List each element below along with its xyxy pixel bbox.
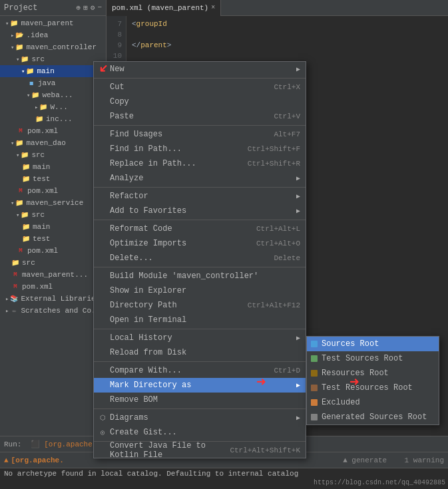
submenu-item-resources-root[interactable]: Resources Root: [307, 366, 439, 381]
menu-label: Refactor: [110, 192, 296, 201]
context-menu-overlay: New ▶ Cut Ctrl+X Copy Paste Ctrl+V Find …: [0, 0, 448, 489]
menu-item-directory-path[interactable]: Directory Path Ctrl+Alt+F12: [94, 298, 306, 313]
menu-label: Find Usages: [110, 130, 263, 139]
menu-separator: [94, 329, 306, 329]
submenu-item-test-resources-root[interactable]: Test Resources Root: [307, 381, 439, 395]
menu-label: New: [110, 65, 296, 74]
test-resources-icon: [310, 383, 319, 393]
menu-shortcut: Ctrl+Alt+O: [256, 240, 300, 247]
menu-item-find-usages[interactable]: Find Usages Alt+F7: [94, 127, 306, 142]
menu-item-convert-kotlin[interactable]: Convert Java File to Kotlin File Ctrl+Al…: [94, 443, 306, 458]
mark-directory-submenu: Sources Root Test Sources Root Resources…: [306, 336, 439, 425]
submenu-item-excluded[interactable]: Excluded: [307, 395, 439, 410]
submenu-item-sources-root[interactable]: Sources Root: [307, 337, 439, 351]
menu-label: Find in Path...: [110, 144, 237, 154]
submenu-arrow: ▶: [296, 174, 300, 182]
menu-label: Delete...: [110, 253, 263, 263]
menu-label: Copy: [110, 97, 300, 106]
submenu-arrow: ▶: [296, 192, 300, 200]
menu-label: Reload from Disk: [110, 348, 300, 357]
menu-item-reformat[interactable]: Reformat Code Ctrl+Alt+L: [94, 222, 306, 236]
menu-shortcut: Ctrl+X: [274, 83, 300, 91]
menu-shortcut: Ctrl+Shift+F: [248, 145, 300, 153]
menu-item-find-in-path[interactable]: Find in Path... Ctrl+Shift+F: [94, 142, 306, 156]
menu-label: Open in Terminal: [110, 315, 300, 325]
menu-separator: [94, 78, 306, 79]
menu-label: Paste: [110, 112, 263, 121]
menu-item-create-gist[interactable]: ◎ Create Gist...: [94, 425, 306, 440]
submenu-label: Sources Root: [322, 339, 379, 349]
menu-item-copy[interactable]: Copy: [94, 94, 306, 109]
submenu-label: Resources Root: [322, 369, 389, 378]
menu-item-paste[interactable]: Paste Ctrl+V: [94, 109, 306, 124]
menu-label: Create Gist...: [110, 428, 300, 437]
menu-item-cut[interactable]: Cut Ctrl+X: [94, 80, 306, 94]
menu-item-analyze[interactable]: Analyze ▶: [94, 171, 306, 186]
menu-item-compare[interactable]: Compare With... Ctrl+D: [94, 363, 306, 378]
menu-separator: [94, 361, 306, 362]
submenu-item-test-sources-root[interactable]: Test Sources Root: [307, 351, 439, 366]
submenu-label: Test Resources Root: [322, 383, 413, 393]
submenu-arrow: ▶: [296, 65, 300, 73]
submenu-arrow: ▶: [296, 207, 300, 215]
submenu-arrow: ▶: [296, 381, 300, 389]
menu-label: Show in Explorer: [110, 286, 300, 295]
menu-shortcut: Alt+F7: [274, 130, 300, 138]
submenu-label: Generated Sources Root: [322, 412, 427, 422]
menu-separator: [94, 125, 306, 126]
menu-shortcut: Ctrl+V: [274, 112, 300, 120]
menu-label: Convert Java File to Kotlin File: [110, 441, 219, 460]
menu-item-reload[interactable]: Reload from Disk: [94, 345, 306, 360]
menu-separator: [94, 267, 306, 267]
menu-label: Add to Favorites: [110, 206, 296, 216]
submenu-arrow: ▶: [296, 414, 300, 422]
menu-item-open-terminal[interactable]: Open in Terminal: [94, 313, 306, 327]
menu-shortcut: Ctrl+Alt+Shift+K: [230, 446, 300, 454]
menu-item-optimize-imports[interactable]: Optimize Imports Ctrl+Alt+O: [94, 236, 306, 251]
menu-label: Reformat Code: [110, 224, 246, 234]
menu-item-diagrams[interactable]: ⬡ Diagrams ▶: [94, 410, 306, 425]
submenu-label: Excluded: [322, 398, 360, 407]
diagram-icon: ⬡: [98, 413, 107, 422]
main-container: Project ⊕ ⊞ ⚙ − ▾ 📁 maven_parent ▸ 📂 .id…: [0, 0, 448, 489]
submenu-item-generated-sources[interactable]: Generated Sources Root: [307, 410, 439, 424]
resources-icon: [310, 369, 319, 378]
menu-item-local-history[interactable]: Local History ▶: [94, 331, 306, 345]
menu-label: Diagrams: [110, 413, 296, 422]
menu-item-delete[interactable]: Delete... Delete: [94, 251, 306, 265]
menu-item-add-to-favorites[interactable]: Add to Favorites ▶: [94, 204, 306, 218]
menu-label: Local History: [110, 333, 296, 343]
menu-label: Replace in Path...: [110, 159, 237, 168]
menu-label: Remove BOM: [110, 395, 300, 405]
menu-shortcut: Ctrl+D: [274, 367, 300, 375]
menu-item-refactor[interactable]: Refactor ▶: [94, 189, 306, 204]
menu-separator: [94, 187, 306, 188]
menu-label: Compare With...: [110, 366, 263, 375]
context-menu: New ▶ Cut Ctrl+X Copy Paste Ctrl+V Find …: [93, 61, 306, 458]
menu-label: Build Module 'maven_controller': [110, 271, 300, 281]
menu-item-build-module[interactable]: Build Module 'maven_controller': [94, 269, 306, 283]
menu-shortcut: Ctrl+Shift+R: [248, 160, 300, 168]
menu-item-remove-bom[interactable]: Remove BOM: [94, 393, 306, 407]
menu-label: Analyze: [110, 174, 296, 183]
menu-label: Optimize Imports: [110, 239, 246, 248]
menu-separator: [94, 220, 306, 220]
gist-icon: ◎: [98, 428, 107, 437]
menu-shortcut: Delete: [274, 254, 300, 262]
excluded-icon: [310, 398, 319, 407]
menu-label: Cut: [110, 82, 263, 92]
menu-item-show-explorer[interactable]: Show in Explorer: [94, 283, 306, 298]
submenu-label: Test Sources Root: [322, 354, 403, 363]
submenu-arrow: ▶: [296, 334, 300, 342]
menu-shortcut: Ctrl+Alt+F12: [248, 301, 300, 309]
menu-label: Directory Path: [110, 301, 237, 310]
test-sources-icon: [310, 354, 319, 363]
menu-separator: [94, 408, 306, 409]
menu-item-new[interactable]: New ▶: [94, 62, 306, 77]
sources-root-icon: [310, 339, 319, 349]
menu-item-mark-directory[interactable]: Mark Directory as ▶: [94, 378, 306, 393]
menu-item-replace-in-path[interactable]: Replace in Path... Ctrl+Shift+R: [94, 156, 306, 171]
generated-icon: [310, 412, 319, 422]
menu-label: Mark Directory as: [110, 381, 296, 390]
menu-shortcut: Ctrl+Alt+L: [256, 225, 300, 233]
